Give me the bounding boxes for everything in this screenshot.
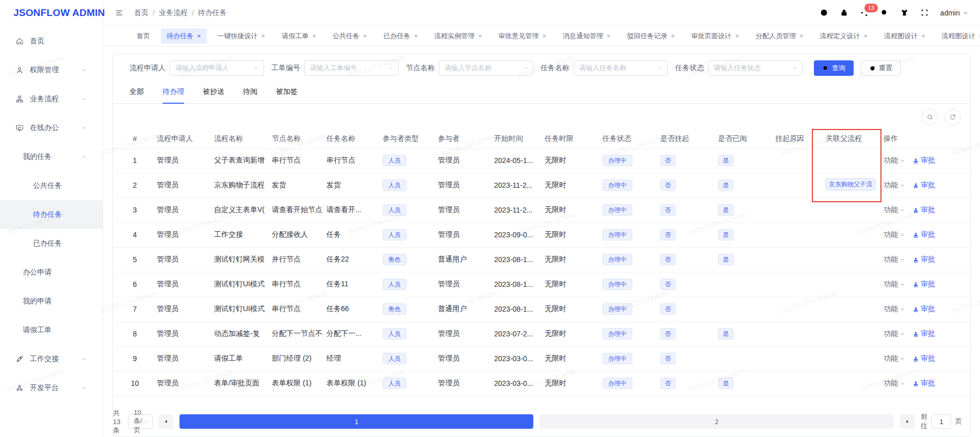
row-more-button[interactable]: 功能 bbox=[884, 181, 905, 190]
user-menu[interactable]: admin bbox=[940, 9, 969, 17]
sidebar-item-7[interactable]: 已办任务 bbox=[0, 229, 103, 258]
sidebar-item-2[interactable]: 业务流程 bbox=[0, 85, 103, 114]
row-more-button[interactable]: 功能 bbox=[884, 255, 905, 264]
page-button-1[interactable]: 1 bbox=[179, 414, 534, 429]
tab-10[interactable]: 审批页面设计× bbox=[685, 28, 745, 44]
subtab-2[interactable]: 被抄送 bbox=[203, 87, 224, 103]
topbar-lock-icon[interactable] bbox=[840, 8, 848, 17]
close-tab-icon[interactable]: × bbox=[735, 33, 739, 39]
cell-flow-name: 自定义主表单V( bbox=[214, 198, 272, 222]
sidebar-item-9[interactable]: 我的申请 bbox=[0, 287, 103, 316]
row-more-button[interactable]: 功能 bbox=[884, 205, 905, 215]
subtab-0[interactable]: 全部 bbox=[129, 87, 144, 103]
search-button[interactable]: 查询 bbox=[814, 60, 854, 76]
row-approve-button[interactable]: 审批 bbox=[912, 255, 935, 264]
tab-1[interactable]: 待办任务× bbox=[161, 28, 207, 44]
row-more-button[interactable]: 功能 bbox=[884, 280, 905, 289]
tab-12[interactable]: 流程定义设计× bbox=[814, 28, 874, 44]
tab-13[interactable]: 流程图设计× bbox=[878, 28, 931, 44]
cell-text: 任务66 bbox=[326, 304, 349, 313]
tab-3[interactable]: 请假工单× bbox=[276, 28, 322, 44]
row-approve-button[interactable]: 审批 bbox=[912, 230, 935, 239]
close-tab-icon[interactable]: × bbox=[543, 33, 547, 39]
parent-flow-link[interactable]: 京东购物父子流 bbox=[826, 179, 875, 190]
row-approve-button[interactable]: 审批 bbox=[912, 181, 935, 190]
sidebar-item-3[interactable]: 在线办公 bbox=[0, 114, 103, 142]
page-size-select[interactable]: 10条/页 bbox=[128, 414, 153, 429]
close-tab-icon[interactable]: × bbox=[197, 33, 201, 39]
row-approve-button[interactable]: 审批 bbox=[912, 156, 935, 165]
close-tab-icon[interactable]: × bbox=[312, 33, 316, 39]
close-tab-icon[interactable]: × bbox=[478, 33, 482, 39]
page-button-2[interactable]: 2 bbox=[540, 414, 894, 429]
table-refresh-button[interactable] bbox=[944, 109, 961, 125]
filter-select-2[interactable]: 请输入节点名称 bbox=[439, 60, 533, 76]
tab-14[interactable]: 流程图设计× bbox=[936, 28, 980, 44]
tab-0[interactable]: 首页 bbox=[131, 28, 156, 44]
prev-page-button[interactable] bbox=[159, 414, 173, 429]
row-approve-button[interactable]: 审批 bbox=[912, 329, 935, 338]
tab-4[interactable]: 公共任务× bbox=[327, 28, 373, 44]
next-page-button[interactable] bbox=[900, 414, 914, 429]
breadcrumb-item-1[interactable]: 业务流程 bbox=[159, 8, 188, 18]
row-approve-button[interactable]: 审批 bbox=[912, 304, 935, 314]
sidebar-item-1[interactable]: 权限管理 bbox=[0, 56, 103, 85]
tab-6[interactable]: 流程实例管理× bbox=[429, 28, 488, 44]
tab-11[interactable]: 分配人员管理× bbox=[750, 28, 809, 44]
sidebar-item-11[interactable]: 工作交接 bbox=[0, 345, 103, 374]
breadcrumb-item-2[interactable]: 待办任务 bbox=[198, 8, 227, 18]
topbar-search-icon[interactable] bbox=[880, 8, 889, 17]
row-more-button[interactable]: 功能 bbox=[884, 329, 905, 338]
sidebar-item-12[interactable]: 开发平台 bbox=[0, 374, 103, 402]
collapse-sidebar-icon[interactable] bbox=[113, 9, 125, 17]
row-approve-button[interactable]: 审批 bbox=[912, 379, 935, 388]
filter-select-0[interactable]: 请输入流程申请人 bbox=[170, 60, 264, 76]
tab-9[interactable]: 驳回任务记录× bbox=[622, 28, 681, 44]
filter-select-4[interactable]: 请输入任务状态 bbox=[708, 60, 803, 76]
task-status-badge: 办理中 bbox=[602, 279, 632, 290]
cell-flow-name: 工作交接 bbox=[214, 222, 272, 247]
sidebar-item-8[interactable]: 办公申请 bbox=[0, 258, 103, 287]
topbar-fullscreen-icon[interactable] bbox=[920, 8, 929, 17]
close-tab-icon[interactable]: × bbox=[414, 33, 418, 39]
row-approve-button[interactable]: 审批 bbox=[912, 205, 935, 215]
close-tab-icon[interactable]: × bbox=[363, 33, 367, 39]
sidebar-item-4[interactable]: 我的任务 bbox=[0, 142, 103, 171]
subtab-4[interactable]: 被加签 bbox=[276, 87, 298, 103]
sidebar-item-10[interactable]: 请假工单 bbox=[0, 316, 103, 345]
close-tab-icon[interactable]: × bbox=[671, 33, 675, 39]
filter-select-1[interactable]: 请输入工单编号 bbox=[304, 60, 399, 76]
topbar-theme-icon[interactable] bbox=[900, 8, 909, 17]
sidebar-item-5[interactable]: 公共任务 bbox=[0, 171, 103, 200]
subtab-1[interactable]: 待办理 bbox=[162, 87, 184, 103]
row-more-button[interactable]: 功能 bbox=[884, 304, 905, 314]
tab-5[interactable]: 已办任务× bbox=[378, 28, 423, 44]
reset-button[interactable]: 重置 bbox=[861, 60, 901, 76]
sidebar-item-6[interactable]: 待办任务 bbox=[0, 200, 103, 229]
sidebar-item-0[interactable]: 首页 bbox=[0, 27, 103, 56]
table-header-row: #流程申请人流程名称节点名称任务名称参与者类型参与者开始时间任务时限任务状态是否… bbox=[113, 130, 971, 148]
read-badge: 是 bbox=[718, 155, 733, 166]
breadcrumb-item-0[interactable]: 首页 bbox=[134, 8, 149, 18]
filter-select-3[interactable]: 请输入任务名称 bbox=[574, 60, 668, 76]
row-more-button[interactable]: 功能 bbox=[884, 156, 905, 165]
close-tab-icon[interactable]: × bbox=[921, 33, 925, 39]
row-approve-button[interactable]: 审批 bbox=[912, 354, 935, 363]
cell-suspend-reason bbox=[775, 272, 826, 297]
close-tab-icon[interactable]: × bbox=[262, 33, 266, 39]
close-tab-icon[interactable]: × bbox=[864, 33, 868, 39]
goto-page-input[interactable] bbox=[932, 414, 951, 429]
topbar-share-icon[interactable]: 13 bbox=[860, 8, 869, 17]
row-more-button[interactable]: 功能 bbox=[884, 379, 905, 388]
row-approve-button[interactable]: 审批 bbox=[912, 280, 935, 289]
tab-2[interactable]: 一键快捷设计× bbox=[212, 28, 271, 44]
row-more-button[interactable]: 功能 bbox=[884, 230, 905, 239]
topbar-language-icon[interactable] bbox=[820, 8, 828, 17]
table-search-button[interactable] bbox=[922, 109, 938, 125]
tab-7[interactable]: 审批意见管理× bbox=[493, 28, 552, 44]
row-more-button[interactable]: 功能 bbox=[884, 354, 905, 363]
close-tab-icon[interactable]: × bbox=[607, 33, 611, 39]
subtab-3[interactable]: 待阅 bbox=[243, 87, 257, 103]
tab-8[interactable]: 消息通知管理× bbox=[557, 28, 616, 44]
close-tab-icon[interactable]: × bbox=[799, 33, 804, 39]
